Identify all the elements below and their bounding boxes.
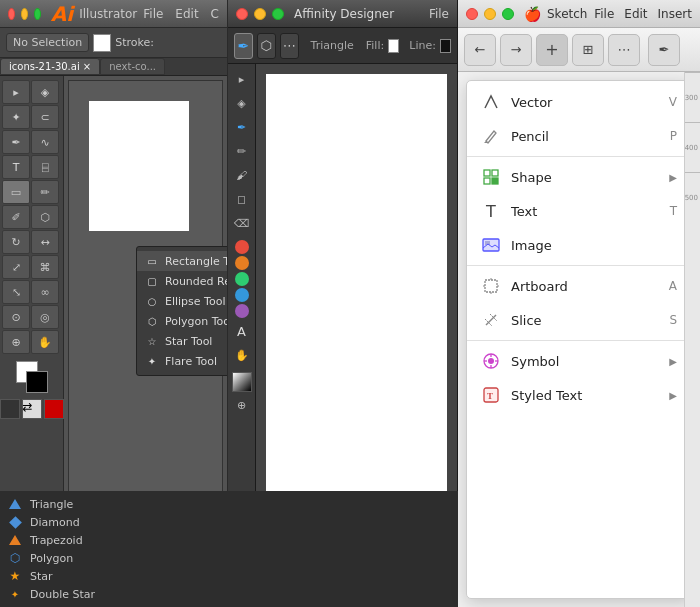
shape-icon [481, 167, 501, 187]
sk-insert-btn[interactable]: + [536, 34, 568, 66]
ai-lasso-tool[interactable]: ⊂ [31, 105, 59, 129]
ai-swap-colors[interactable]: ⇄ [22, 399, 42, 419]
aff-orange-dot[interactable] [235, 256, 249, 270]
flare-icon: ✦ [145, 354, 159, 368]
ai-pen-tool[interactable]: ✒ [2, 130, 30, 154]
ai-shape-tool[interactable]: ▭ [2, 180, 30, 204]
ai-none-swatch[interactable] [0, 399, 20, 419]
ai-polygon-tool[interactable]: ⬡ Polygon Tool [137, 311, 227, 331]
aff-shape-star[interactable]: ★ Star [228, 567, 457, 585]
aff-close-button[interactable] [236, 8, 248, 20]
sk-menu-styled-text[interactable]: T Styled Text ▶ [467, 378, 691, 412]
ai-fill-swatch[interactable] [93, 34, 111, 52]
ai-zoom-tool[interactable]: ⊕ [2, 330, 30, 354]
ai-rounded-rectangle-tool[interactable]: ▢ Rounded Rectangle [137, 271, 227, 291]
sk-menu-insert[interactable]: Insert [658, 7, 692, 21]
aff-menu-file[interactable]: File [429, 7, 449, 21]
sk-menu-vector[interactable]: Vector V [467, 85, 691, 119]
aff-fill-tool[interactable]: ⌫ [231, 212, 253, 234]
ai-measure-tool[interactable]: ◎ [31, 305, 59, 329]
sk-close-button[interactable] [466, 8, 478, 20]
sk-grid-btn[interactable]: ⊞ [572, 34, 604, 66]
sk-menu-artboard[interactable]: Artboard A [467, 269, 691, 303]
sk-menu-edit[interactable]: Edit [624, 7, 647, 21]
ai-blend-tool[interactable]: ∞ [31, 280, 59, 304]
ai-menu-edit[interactable]: Edit [175, 7, 198, 21]
sk-menu-text[interactable]: T Text T [467, 194, 691, 228]
ai-rotate-tool[interactable]: ↻ [2, 230, 30, 254]
ai-menu-c[interactable]: C [211, 7, 219, 21]
ai-rectangle-tool[interactable]: ▭ Rectangle Tool [137, 251, 227, 271]
ai-tab-active[interactable]: icons-21-30.ai × [0, 58, 100, 75]
aff-purple-dot[interactable] [235, 304, 249, 318]
sk-ruler: 300 400 500 [684, 72, 700, 607]
ai-maximize-button[interactable] [34, 8, 41, 20]
aff-minimize-button[interactable] [254, 8, 266, 20]
ai-magic-wand-tool[interactable]: ✦ [2, 105, 30, 129]
aff-zoom-tool[interactable]: ⊕ [231, 394, 253, 416]
aff-maximize-button[interactable] [272, 8, 284, 20]
aff-hand-tool[interactable]: ✋ [231, 344, 253, 366]
aff-text-tool[interactable]: A [231, 320, 253, 342]
aff-node-tool[interactable]: ◈ [231, 92, 253, 114]
aff-gradient-swatch[interactable] [232, 372, 252, 392]
aff-red-dot[interactable] [235, 240, 249, 254]
ai-close-button[interactable] [8, 8, 15, 20]
aff-pen-tool2[interactable]: ✒ [231, 116, 253, 138]
ai-menu-file[interactable]: File [143, 7, 163, 21]
ai-reflect-tool[interactable]: ↔ [31, 230, 59, 254]
aff-green-dot[interactable] [235, 272, 249, 286]
aff-shape-polygon[interactable]: ⬡ Polygon [228, 549, 457, 567]
sk-more-btn[interactable]: ⋯ [608, 34, 640, 66]
aff-pen-btn[interactable]: ✒ [234, 33, 253, 59]
sk-menu-pencil[interactable]: Pencil P [467, 119, 691, 153]
ai-curvature-tool[interactable]: ∿ [31, 130, 59, 154]
aff-eraser-tool[interactable]: ◻ [231, 188, 253, 210]
ai-minimize-button[interactable] [21, 8, 28, 20]
ai-warp-tool[interactable]: ⌘ [31, 255, 59, 279]
ai-hand-tool[interactable]: ✋ [31, 330, 59, 354]
sk-forward-btn[interactable]: → [500, 34, 532, 66]
ai-select-tool[interactable]: ▸ [2, 80, 30, 104]
aff-more-btn[interactable]: ⋯ [280, 33, 299, 59]
ai-tab-next[interactable]: next-co... [100, 58, 165, 75]
sk-menu-slice[interactable]: Slice S [467, 303, 691, 337]
aff-cursor-tool[interactable]: ▸ [231, 68, 253, 90]
sk-menu-symbol[interactable]: Symbol ▶ [467, 344, 691, 378]
ai-touch-type-tool[interactable]: ⌸ [31, 155, 59, 179]
ai-flare-tool[interactable]: ✦ Flare Tool [137, 351, 227, 371]
ai-paintbrush-tool[interactable]: ✏ [31, 180, 59, 204]
ai-shaper-tool[interactable]: ⬡ [31, 205, 59, 229]
styled-text-icon: T [481, 385, 501, 405]
svg-rect-6 [485, 280, 497, 292]
ai-type-tool[interactable]: T [2, 155, 30, 179]
aff-shape-triangle[interactable]: Triangle [228, 495, 457, 513]
ai-scale-tool[interactable]: ⤢ [2, 255, 30, 279]
sk-menu-file[interactable]: File [594, 7, 614, 21]
ai-stroke-color[interactable] [26, 371, 48, 393]
sk-menu-image[interactable]: Image [467, 228, 691, 262]
aff-blue-dot[interactable] [235, 288, 249, 302]
aff-fill-color[interactable] [388, 39, 399, 53]
aff-line-color[interactable] [440, 39, 451, 53]
ai-red-swatch[interactable] [44, 399, 64, 419]
ai-eyedropper-tool[interactable]: ⊙ [2, 305, 30, 329]
ai-direct-select-tool[interactable]: ◈ [31, 80, 59, 104]
aff-shape-diamond[interactable]: Diamond [228, 513, 457, 531]
aff-shape-double-star[interactable]: ✦ Double Star [228, 585, 457, 603]
ellipse-icon: ○ [145, 294, 159, 308]
sk-minimize-button[interactable] [484, 8, 496, 20]
aff-shape-trapezoid[interactable]: Trapezoid [228, 531, 457, 549]
ai-pencil-tool[interactable]: ✐ [2, 205, 30, 229]
sk-pen-btn[interactable]: ✒ [648, 34, 680, 66]
sk-maximize-button[interactable] [502, 8, 514, 20]
sk-menu-shape[interactable]: Shape ▶ [467, 160, 691, 194]
ai-selection-label: No Selection [6, 33, 89, 52]
aff-brush-tool[interactable]: 🖌 [231, 164, 253, 186]
ai-ellipse-tool[interactable]: ○ Ellipse Tool [137, 291, 227, 311]
ai-star-tool[interactable]: ☆ Star Tool [137, 331, 227, 351]
aff-pencil-tool[interactable]: ✏ [231, 140, 253, 162]
aff-node-btn[interactable]: ⬡ [257, 33, 276, 59]
ai-width-tool[interactable]: ⤡ [2, 280, 30, 304]
sk-back-btn[interactable]: ← [464, 34, 496, 66]
